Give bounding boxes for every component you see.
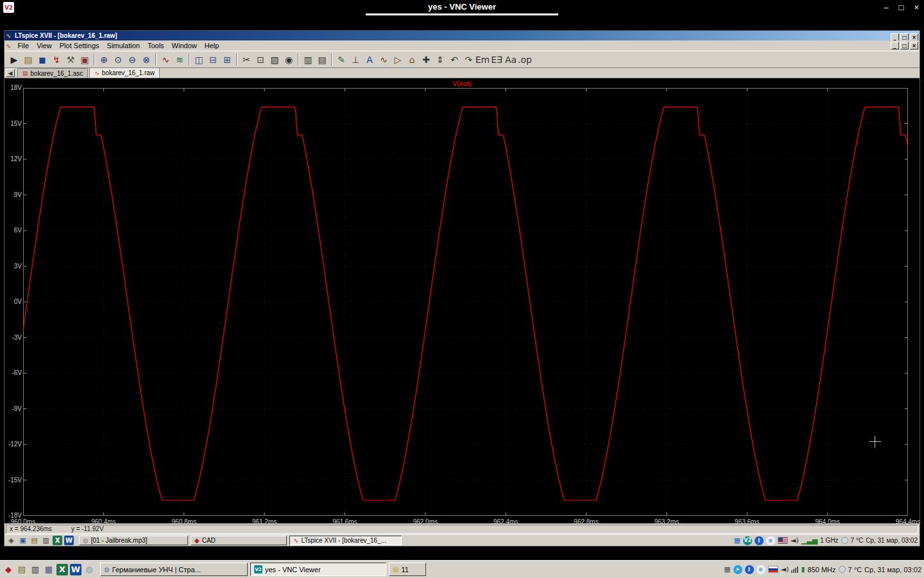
writer-icon[interactable]: W [70, 564, 81, 575]
menu-help[interactable]: Help [201, 42, 223, 49]
task-ltspice[interactable]: ∿LTspice XVII - [bokarev_16_... [289, 536, 402, 545]
control-panel-icon[interactable]: ⚒ [64, 53, 78, 66]
display-settings-icon[interactable]: ▦ [43, 564, 55, 575]
probe-icon[interactable]: ↯ [49, 53, 64, 66]
task-mp3-player[interactable]: ◍[01 - Jailbreak.mp3] [79, 536, 188, 545]
print-preview-icon[interactable]: ▥ [301, 53, 315, 66]
files-icon[interactable]: ▤ [16, 564, 28, 575]
mdi-close-button[interactable]: × [910, 42, 918, 49]
bluetooth-icon[interactable]: ᛒ [755, 536, 764, 545]
mdi-restore-button[interactable]: □ [900, 42, 909, 49]
copy-icon[interactable]: ⊡ [253, 53, 268, 66]
keyboard-layout-ru-icon[interactable] [768, 566, 778, 573]
tab-label: bokarev_16_1.raw [102, 69, 155, 76]
ltspice-titlebar[interactable]: ∿ LTspice XVII - [bokarev_16_1.raw] _□× [4, 31, 920, 40]
ground-icon[interactable]: ⊥ [348, 53, 363, 66]
display-icon[interactable]: ▦ [724, 565, 730, 574]
telegram-icon[interactable]: ➤ [733, 565, 742, 574]
zoom-full-extents-icon[interactable]: ⊗ [139, 53, 153, 66]
wire-icon[interactable]: ✎ [334, 53, 348, 66]
diode-icon[interactable]: ▷ [391, 53, 405, 66]
autorange-icon[interactable]: ∿ [158, 53, 173, 66]
plot-window-icon: ∿ [6, 42, 11, 49]
tile-horizontal-icon[interactable]: ⊟ [206, 53, 220, 66]
vnc-titlebar[interactable]: V2 yes - VNC Viewer –□× [0, 0, 924, 15]
menu-window[interactable]: Window [168, 42, 201, 49]
halt-icon[interactable]: ▣ [78, 53, 92, 66]
component-icon[interactable]: ⌂ [405, 53, 419, 66]
task-folder-11[interactable]: ▤11 [389, 563, 426, 576]
menu-simulation[interactable]: Simulation [103, 42, 144, 49]
network-monitor-icon[interactable]: ▦ [734, 536, 740, 545]
cpu-graph-icon[interactable]: ▁▃▅ [801, 536, 817, 545]
writer-icon[interactable]: W [64, 536, 74, 545]
spice-directive-icon[interactable]: .op [518, 53, 532, 66]
vnc-server-icon[interactable]: V2 [743, 536, 752, 545]
print-icon[interactable]: ▤ [315, 53, 329, 66]
document-tabs: ◀▤bokarev_16_1.asc∿bokarev_16_1.raw [4, 68, 920, 78]
waveform-plot[interactable] [23, 88, 908, 516]
cut-icon[interactable]: ✂ [239, 53, 253, 66]
tab-bokarev-raw[interactable]: ∿bokarev_16_1.raw [89, 67, 160, 78]
cascade-icon[interactable]: ⊞ [220, 53, 234, 66]
calc-icon[interactable]: X [53, 536, 62, 545]
start-menu-icon[interactable]: ◈ [6, 536, 16, 545]
save-icon[interactable]: ◼ [35, 53, 49, 66]
remote-taskbar-clock[interactable]: Ср, 31 мар, 03:02 [866, 537, 918, 544]
task-vnc-viewer[interactable]: V2yes - VNC Viewer [250, 563, 386, 576]
volume-icon[interactable]: ◄) [781, 565, 789, 574]
host-taskbar-clock[interactable]: Ср, 31 мар, 03:02 [864, 566, 921, 574]
y-axis-label: 0V [4, 298, 22, 305]
drag-icon[interactable]: ⇕ [433, 53, 447, 66]
resistor-icon[interactable]: ∿ [377, 53, 391, 66]
menu-file[interactable]: File [13, 42, 33, 49]
open-icon[interactable]: ▤ [21, 53, 35, 66]
tile-vertical-icon[interactable]: ◫ [192, 53, 206, 66]
humidity-icon[interactable]: ● [766, 536, 775, 545]
paste-icon[interactable]: ▨ [268, 53, 282, 66]
menu-view[interactable]: View [33, 42, 56, 49]
run-icon[interactable]: ▶ [7, 53, 21, 66]
bluetooth-icon[interactable]: ᛒ [745, 565, 754, 574]
task-cad[interactable]: ◆CAD [191, 536, 287, 545]
show-desktop-icon[interactable]: ▣ [18, 536, 28, 545]
rotate-icon[interactable]: E∃ [490, 53, 504, 66]
text-icon[interactable]: Aa [504, 53, 518, 66]
trace-label-vout[interactable]: V(out) [452, 80, 472, 87]
vnc-close-button[interactable]: × [914, 2, 919, 13]
launcher-icon[interactable]: ◆ [3, 564, 14, 575]
terminal-icon[interactable]: ▥ [30, 564, 41, 575]
calc-icon[interactable]: X [56, 564, 68, 575]
undo-icon[interactable]: ↶ [447, 53, 461, 66]
terminal-icon[interactable]: ▥ [41, 536, 51, 545]
vnc-maximize-button[interactable]: □ [899, 2, 904, 13]
zoom-in-icon[interactable]: ⊕ [97, 53, 111, 66]
zoom-area-icon[interactable]: ⊙ [111, 53, 125, 66]
waveform-tab-icon: ∿ [94, 70, 99, 76]
signal-bars-icon[interactable] [791, 566, 798, 573]
menu-plot-settings[interactable]: Plot Settings [56, 42, 103, 49]
cursor-position-readout: x = 964.236ms y = -11.92V [6, 525, 918, 534]
move-icon[interactable]: ✚ [419, 53, 433, 66]
mirror-icon[interactable]: Em [475, 53, 490, 66]
cursor-y-readout: y = -11.92V [71, 525, 104, 532]
tab-scroll-left-button[interactable]: ◀ [6, 69, 15, 77]
file-manager-icon[interactable]: ▤ [30, 536, 39, 545]
toolbar-separator [236, 53, 237, 66]
find-icon[interactable]: ◉ [282, 53, 296, 66]
label-icon[interactable]: A [363, 53, 377, 66]
task-browser-page[interactable]: ◍Германиевые УНЧ | Стра... [100, 563, 248, 576]
spectrum-icon[interactable]: ≋ [173, 53, 187, 66]
keyboard-layout-us-icon[interactable] [778, 537, 788, 544]
volume-icon[interactable]: ◄) [791, 536, 799, 545]
redo-icon[interactable]: ↷ [461, 53, 475, 66]
vnc-minimize-button[interactable]: – [884, 2, 888, 13]
battery-icon[interactable]: ▮ [801, 565, 805, 574]
mdi-minimize-button[interactable]: _ [891, 42, 899, 49]
menu-tools[interactable]: Tools [144, 42, 168, 49]
browser-icon[interactable]: ◍ [83, 564, 95, 575]
waveform-plot-pane[interactable]: V(out) 18V15V12V9V6V3V0V-3V-6V-9V-12V-15… [4, 78, 920, 523]
zoom-out-icon[interactable]: ⊖ [125, 53, 139, 66]
humidity-icon[interactable]: ● [757, 565, 766, 574]
tab-bokarev-asc[interactable]: ▤bokarev_16_1.asc [17, 68, 88, 78]
